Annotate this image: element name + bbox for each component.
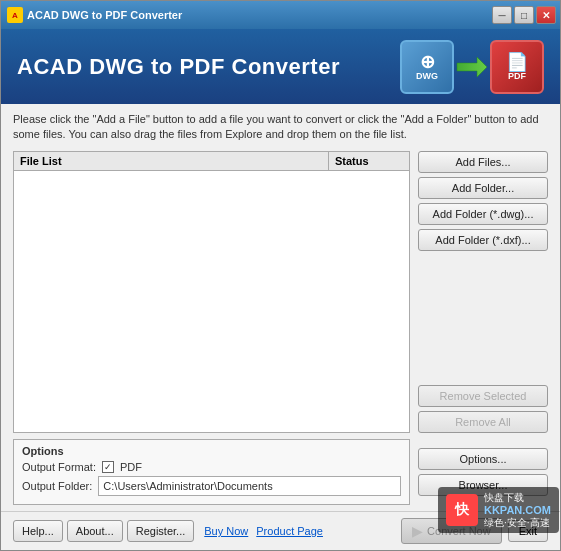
app-icon: A bbox=[7, 7, 23, 23]
output-format-checkbox[interactable]: ✓ bbox=[102, 461, 114, 473]
browser-button[interactable]: Browser... bbox=[418, 474, 548, 496]
output-folder-label: Output Folder: bbox=[22, 480, 92, 492]
add-files-button[interactable]: Add Files... bbox=[418, 151, 548, 173]
buy-now-link[interactable]: Buy Now bbox=[204, 525, 248, 537]
header-icons: ⊕ DWG 📄 PDF bbox=[400, 40, 544, 94]
pdf-icon: 📄 PDF bbox=[490, 40, 544, 94]
help-button[interactable]: Help... bbox=[13, 520, 63, 542]
col-status-header: Status bbox=[329, 152, 409, 170]
title-bar-left: A ACAD DWG to PDF Converter bbox=[7, 7, 182, 23]
file-list-body[interactable] bbox=[14, 171, 409, 432]
options-title: Options bbox=[22, 445, 401, 457]
svg-marker-0 bbox=[457, 57, 487, 77]
output-folder-row: Output Folder: bbox=[22, 476, 401, 496]
options-fields: Options Output Format: ✓ PDF Output Fold… bbox=[13, 439, 410, 505]
file-area: File List Status Add Files... Add Folder… bbox=[13, 151, 548, 433]
right-buttons-panel: Add Files... Add Folder... Add Folder (*… bbox=[418, 151, 548, 433]
exit-button[interactable]: Exit bbox=[508, 520, 548, 542]
output-format-label: Output Format: bbox=[22, 461, 96, 473]
bottom-links: Buy Now Product Page bbox=[204, 525, 323, 537]
output-folder-input[interactable] bbox=[98, 476, 401, 496]
options-button[interactable]: Options... bbox=[418, 448, 548, 470]
output-format-value: PDF bbox=[120, 461, 142, 473]
remove-all-button[interactable]: Remove All bbox=[418, 411, 548, 433]
maximize-button[interactable]: □ bbox=[514, 6, 534, 24]
bottom-bar: Help... About... Register... Buy Now Pro… bbox=[1, 511, 560, 550]
main-content: Please click the "Add a File" button to … bbox=[1, 104, 560, 511]
main-window: A ACAD DWG to PDF Converter ─ □ ✕ ACAD D… bbox=[0, 0, 561, 551]
app-title: ACAD DWG to PDF Converter bbox=[17, 54, 400, 80]
output-format-row: Output Format: ✓ PDF bbox=[22, 461, 401, 473]
title-bar-text: ACAD DWG to PDF Converter bbox=[27, 9, 182, 21]
file-list-header: File List Status bbox=[14, 152, 409, 171]
product-page-link[interactable]: Product Page bbox=[256, 525, 323, 537]
add-folder-dwg-button[interactable]: Add Folder (*.dwg)... bbox=[418, 203, 548, 225]
arrow-icon bbox=[454, 40, 490, 94]
header-banner: ACAD DWG to PDF Converter ⊕ DWG bbox=[1, 29, 560, 104]
dwg-icon: ⊕ DWG bbox=[400, 40, 454, 94]
about-button[interactable]: About... bbox=[67, 520, 123, 542]
title-bar: A ACAD DWG to PDF Converter ─ □ ✕ bbox=[1, 1, 560, 29]
options-area: Options Output Format: ✓ PDF Output Fold… bbox=[13, 439, 548, 505]
file-list-panel: File List Status bbox=[13, 151, 410, 433]
convert-now-button[interactable]: ▶ Convert Now bbox=[401, 518, 502, 544]
minimize-button[interactable]: ─ bbox=[492, 6, 512, 24]
bottom-left-buttons: Help... About... Register... bbox=[13, 520, 194, 542]
add-folder-button[interactable]: Add Folder... bbox=[418, 177, 548, 199]
add-folder-dxf-button[interactable]: Add Folder (*.dxf)... bbox=[418, 229, 548, 251]
convert-now-label: Convert Now bbox=[427, 525, 491, 537]
close-button[interactable]: ✕ bbox=[536, 6, 556, 24]
title-bar-controls: ─ □ ✕ bbox=[492, 6, 556, 24]
convert-icon: ▶ bbox=[412, 523, 423, 539]
register-button[interactable]: Register... bbox=[127, 520, 195, 542]
description-text: Please click the "Add a File" button to … bbox=[13, 112, 548, 143]
remove-selected-button[interactable]: Remove Selected bbox=[418, 385, 548, 407]
options-right-buttons: Options... Browser... bbox=[418, 439, 548, 505]
col-file-header: File List bbox=[14, 152, 329, 170]
